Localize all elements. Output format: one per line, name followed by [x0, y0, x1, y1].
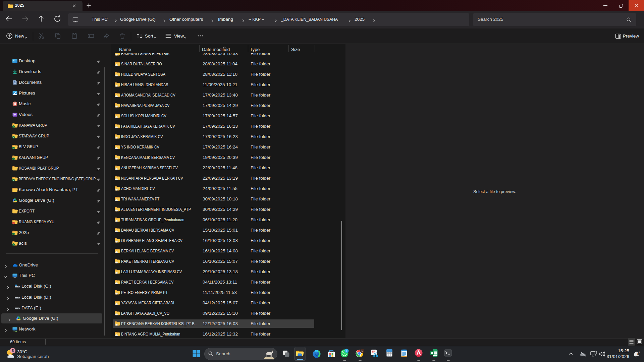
svg-text:1: 1 — [345, 349, 347, 353]
svg-text:k: k — [362, 349, 363, 353]
svg-text:z: z — [639, 351, 640, 354]
